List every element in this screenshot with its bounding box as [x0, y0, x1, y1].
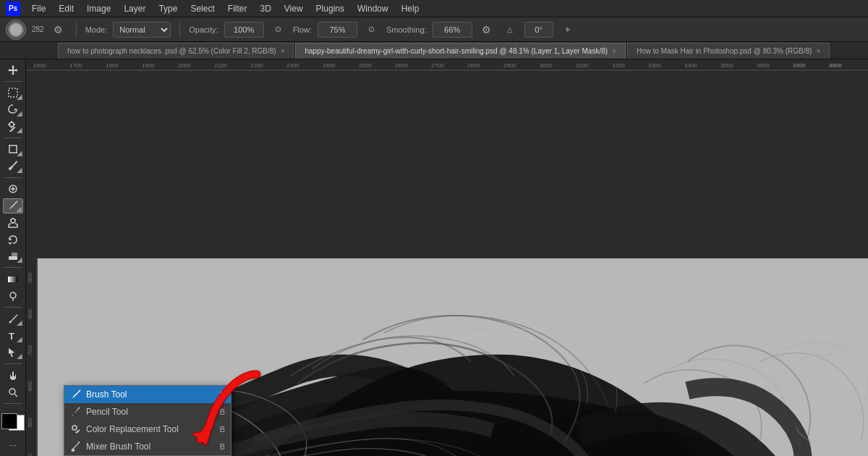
flow-input[interactable] — [318, 22, 357, 38]
menu-layer[interactable]: Layer — [118, 2, 151, 15]
foreground-color-swatch[interactable] — [1, 413, 17, 429]
sep2 — [179, 22, 180, 38]
smoothing-settings-icon[interactable]: ⚙ — [478, 21, 495, 38]
context-menu-brush-tool[interactable]: Brush Tool B — [64, 386, 231, 403]
menu-window[interactable]: Window — [352, 2, 394, 15]
ruler-horizontal: 1600 1700 1800 1900 2000 2100 2200 2300 … — [26, 59, 868, 258]
opacity-settings-icon[interactable]: ⊙ — [270, 21, 287, 38]
menu-bar: Ps File Edit Image Layer Type Select Fil… — [0, 0, 868, 17]
svg-text:-500: -500 — [27, 417, 33, 429]
lasso-tool[interactable] — [3, 102, 23, 117]
tab-necklaces[interactable]: how to photograph necklaces .psd @ 62.5%… — [58, 43, 294, 59]
tab-mask-close[interactable]: × — [816, 47, 820, 55]
brush-tool[interactable] — [3, 198, 23, 214]
svg-point-2 — [9, 122, 14, 127]
crop-tool[interactable] — [3, 142, 23, 157]
canvas-content[interactable]: Brush Tool B Pencil Tool B — [38, 258, 868, 457]
context-menu-mixer-brush-tool[interactable]: Mixer Brush Tool B — [64, 438, 231, 455]
svg-text:-400: -400 — [27, 453, 33, 456]
tab-hair-label: happy-beautiful-dreamy-girl-with-curly-s… — [305, 47, 608, 55]
svg-point-65 — [72, 426, 77, 430]
svg-text:2000: 2000 — [178, 62, 191, 69]
svg-point-23 — [9, 389, 15, 394]
mixer-brush-tool-shortcut: B — [220, 442, 225, 451]
marquee-tool[interactable] — [3, 85, 23, 101]
tab-mask[interactable]: How to Mask Hair in Photoshop.psd @ 80.3… — [627, 43, 830, 59]
tool-sep-4 — [4, 267, 22, 268]
svg-text:3500: 3500 — [720, 62, 733, 69]
menu-help[interactable]: Help — [396, 2, 425, 15]
menu-file[interactable]: File — [26, 2, 51, 15]
svg-text:1800: 1800 — [106, 62, 119, 69]
type-tool[interactable]: T — [3, 328, 23, 343]
svg-text:2500: 2500 — [359, 62, 372, 69]
eyedropper-tool[interactable] — [3, 159, 23, 174]
options-bar: 282 ⚙ Mode: Normal Opacity: ⊙ Flow: ⊙ Sm… — [0, 17, 868, 42]
svg-text:1600: 1600 — [33, 62, 46, 69]
svg-line-15 — [15, 219, 16, 220]
tool-sep-3 — [4, 177, 22, 178]
svg-text:T: T — [9, 331, 14, 342]
color-swatches[interactable] — [1, 413, 25, 431]
tab-hair-close[interactable]: × — [612, 47, 616, 55]
tab-hair[interactable]: happy-beautiful-dreamy-girl-with-curly-s… — [295, 43, 625, 59]
menu-view[interactable]: View — [278, 2, 309, 15]
menu-image[interactable]: Image — [81, 2, 116, 15]
context-menu-color-replace-tool[interactable]: Color Replacement Tool B — [64, 421, 231, 438]
move-tool[interactable] — [3, 62, 23, 77]
svg-rect-18 — [8, 276, 18, 282]
svg-text:2400: 2400 — [323, 62, 336, 69]
mode-label: Mode: — [85, 25, 108, 34]
svg-line-24 — [14, 394, 17, 397]
menu-plugins[interactable]: Plugins — [310, 2, 350, 15]
eraser-tool[interactable] — [3, 248, 23, 263]
ps-logo: Ps — [6, 1, 20, 16]
menu-edit[interactable]: Edit — [53, 2, 80, 15]
svg-point-19 — [10, 292, 16, 298]
healing-tool[interactable] — [3, 182, 23, 197]
tool-sep-2 — [4, 138, 22, 138]
tab-necklaces-close[interactable]: × — [281, 47, 285, 55]
brush-settings-icon[interactable]: ⚙ — [50, 21, 67, 38]
angle-input[interactable] — [524, 22, 553, 38]
opacity-input[interactable] — [224, 22, 264, 38]
svg-text:2200: 2200 — [250, 62, 263, 69]
svg-rect-16 — [9, 256, 17, 260]
pen-tool[interactable] — [3, 311, 23, 326]
svg-text:1700: 1700 — [69, 62, 82, 69]
clone-tool[interactable] — [3, 215, 23, 230]
menu-filter[interactable]: Filter — [222, 2, 253, 15]
opacity-label: Opacity: — [189, 25, 218, 34]
tool-sep-1 — [4, 81, 22, 82]
context-menu-pencil-tool[interactable]: Pencil Tool B — [64, 403, 231, 421]
tool-sep-6 — [4, 363, 22, 364]
svg-text:4000: 4000 — [829, 62, 842, 69]
context-menu: Brush Tool B Pencil Tool B — [64, 385, 231, 456]
menu-select[interactable]: Select — [184, 2, 220, 15]
smoothing-input[interactable] — [433, 22, 472, 38]
symmetry-icon[interactable]: ⌖ — [559, 21, 576, 38]
airbrush-icon[interactable]: ⊙ — [363, 21, 380, 38]
zoom-tool[interactable] — [3, 384, 23, 400]
menu-3d[interactable]: 3D — [254, 2, 276, 15]
svg-text:2700: 2700 — [431, 62, 444, 69]
svg-rect-0 — [9, 88, 17, 97]
svg-text:3900: 3900 — [793, 62, 806, 69]
menu-type[interactable]: Type — [153, 2, 183, 15]
brush-tool-icon — [70, 389, 82, 400]
hand-tool[interactable] — [3, 368, 23, 383]
brush-preview[interactable] — [6, 20, 26, 40]
more-tools[interactable]: ⋯ — [3, 438, 23, 453]
gradient-tool[interactable] — [3, 271, 23, 287]
mode-dropdown[interactable]: Normal — [113, 22, 171, 38]
dodge-tool[interactable] — [3, 288, 23, 303]
tool-sep-7 — [4, 403, 22, 404]
path-selection-tool[interactable] — [3, 345, 23, 360]
magic-wand-tool[interactable] — [3, 119, 23, 134]
pencil-tool-shortcut: B — [220, 408, 225, 416]
history-brush-tool[interactable] — [3, 232, 23, 247]
ruler-vertical: -900 -800 -700 -600 -500 -400 -300 -200 … — [26, 258, 38, 457]
svg-point-7 — [9, 167, 12, 170]
tab-mask-label: How to Mask Hair in Photoshop.psd @ 80.3… — [637, 47, 812, 55]
tab-necklaces-label: how to photograph necklaces .psd @ 62.5%… — [67, 47, 276, 55]
